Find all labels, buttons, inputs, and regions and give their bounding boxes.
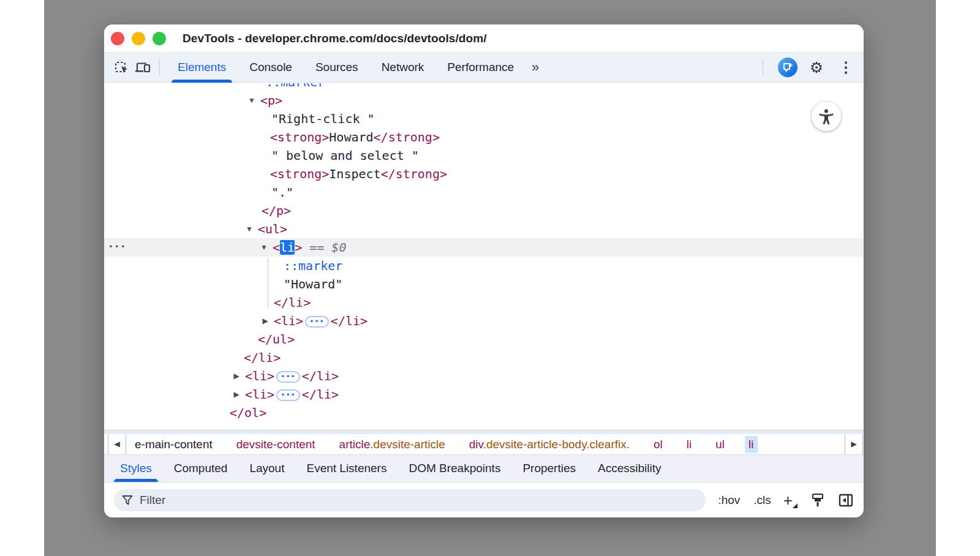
- expand-down-arrow-icon[interactable]: ▼: [244, 220, 254, 238]
- device-toolbar-icon[interactable]: [132, 57, 153, 78]
- collapsed-children-ellipsis-icon[interactable]: •••: [276, 371, 300, 383]
- accessibility-person-icon[interactable]: [812, 102, 841, 131]
- cls-toggle[interactable]: .cls: [753, 494, 771, 507]
- dom-node-segment: </li>: [274, 295, 311, 310]
- dom-node-segment: </strong>: [374, 130, 440, 145]
- panel-tab-event-listeners[interactable]: Event Listeners: [305, 455, 388, 482]
- toggle-sidebar-icon[interactable]: [838, 492, 854, 508]
- panel-tab-properties[interactable]: Properties: [521, 455, 577, 482]
- dom-node-segment: <p>: [260, 93, 282, 108]
- dom-node-segment: </ul>: [258, 332, 295, 347]
- tab-elements[interactable]: Elements: [176, 53, 227, 83]
- breadcrumb-part: article: [339, 438, 371, 451]
- row-actions-dots-icon[interactable]: •••: [108, 238, 126, 256]
- zoom-button[interactable]: [153, 32, 166, 45]
- ai-assistant-icon[interactable]: [778, 58, 797, 77]
- dom-node-segment: <strong>: [270, 130, 329, 145]
- dom-tree-row[interactable]: "Howard": [104, 275, 864, 293]
- expand-right-arrow-icon[interactable]: ▶: [232, 367, 241, 385]
- expand-right-arrow-icon[interactable]: ▶: [232, 385, 241, 404]
- styles-filter-bar: Filter :hov.cls +: [104, 482, 864, 517]
- dom-node-segment: $0: [331, 240, 346, 255]
- expand-down-arrow-icon[interactable]: ▼: [259, 238, 269, 257]
- breadcrumb-item[interactable]: devsite-content: [233, 436, 319, 453]
- hov-toggle[interactable]: :hov: [718, 494, 740, 507]
- inspect-icon[interactable]: [111, 57, 132, 78]
- dom-node-segment: </p>: [262, 203, 291, 218]
- dom-node-segment: </ol>: [230, 405, 266, 420]
- panel-tab-dom-breakpoints[interactable]: DOM Breakpoints: [407, 455, 502, 482]
- dom-node-segment: "Howard": [284, 277, 342, 291]
- dom-tree-row[interactable]: </li>: [104, 293, 864, 312]
- expand-down-arrow-icon[interactable]: ▼: [247, 91, 257, 110]
- indent-guide-line: [268, 258, 268, 309]
- more-options-icon[interactable]: ⋮: [835, 57, 856, 78]
- styles-filter-input[interactable]: Filter: [114, 489, 706, 511]
- breadcrumb-item[interactable]: ul: [712, 436, 728, 453]
- breadcrumb-part: .devsite-article: [370, 438, 445, 451]
- dom-tree-row[interactable]: </li>: [104, 348, 864, 367]
- dom-node-segment: </strong>: [381, 167, 447, 181]
- breadcrumb-item[interactable]: e-main-content: [131, 436, 216, 453]
- breadcrumb-item[interactable]: article.devsite-article: [336, 436, 449, 453]
- tab-performance[interactable]: Performance: [446, 53, 515, 83]
- dom-tree-row[interactable]: <strong>Howard</strong>: [104, 128, 864, 146]
- more-tabs-icon[interactable]: »: [532, 59, 539, 75]
- dom-node-segment: ::marker: [284, 258, 342, 273]
- dom-node-segment: Inspect: [329, 167, 380, 181]
- collapsed-children-ellipsis-icon[interactable]: •••: [305, 316, 329, 328]
- tab-console[interactable]: Console: [248, 53, 293, 83]
- new-style-rule-icon[interactable]: +: [783, 492, 797, 508]
- breadcrumb-item[interactable]: ol: [650, 436, 666, 453]
- breadcrumb-item[interactable]: li: [683, 436, 695, 453]
- breadcrumb-item-selected[interactable]: li: [745, 436, 757, 453]
- close-button[interactable]: [111, 32, 124, 45]
- rendering-icon[interactable]: [810, 492, 826, 508]
- dom-tree-row-selected[interactable]: •••▼<li> == $0: [104, 238, 864, 257]
- breadcrumb-item[interactable]: div.devsite-article-body.clearfix.: [466, 436, 633, 453]
- dom-tree-row[interactable]: "Right-click ": [104, 110, 864, 128]
- breadcrumb-scroll-right-icon[interactable]: ▶: [845, 434, 863, 454]
- dom-tree-row[interactable]: ::marker: [104, 83, 864, 91]
- traffic-lights: [111, 32, 166, 45]
- window-title: DevTools - developer.chrome.com/docs/dev…: [183, 32, 487, 45]
- breadcrumb-bar: ◀ e-main-contentdevsite-contentarticle.d…: [104, 430, 864, 454]
- panel-tab-computed[interactable]: Computed: [173, 455, 229, 482]
- dom-tree-row[interactable]: </p>: [104, 201, 864, 220]
- breadcrumb-top-strip: [104, 430, 864, 434]
- filter-funnel-icon: [121, 494, 134, 506]
- dom-tree-row[interactable]: ▶<li>•••</li>: [104, 367, 864, 385]
- dom-tree-row[interactable]: ▼<p>: [104, 91, 864, 110]
- dom-node-segment: <ul>: [258, 222, 287, 236]
- dom-tree-row[interactable]: ".": [104, 183, 864, 201]
- desktop-background: DevTools - developer.chrome.com/docs/dev…: [44, 0, 936, 556]
- dom-tree-row[interactable]: ::marker: [104, 257, 864, 275]
- dom-tree-row[interactable]: " below and select ": [104, 146, 864, 165]
- dom-tree-row[interactable]: ▼<ul>: [104, 220, 864, 238]
- dom-node-segment: <li>: [245, 369, 274, 383]
- breadcrumb-part: .devsite-article-body.clearfix.: [483, 438, 630, 451]
- tab-network[interactable]: Network: [380, 53, 426, 83]
- dom-tree-row[interactable]: ▶<li>•••</li>: [104, 312, 864, 330]
- dom-tree-row[interactable]: </ol>: [104, 404, 864, 422]
- dom-node-segment: </li>: [302, 369, 339, 383]
- title-bar: DevTools - developer.chrome.com/docs/dev…: [104, 24, 864, 53]
- panel-tab-styles[interactable]: Styles: [119, 455, 153, 482]
- dom-node-segment: li: [280, 240, 295, 255]
- dom-tree-panel: ::marker▼<p>"Right-click "<strong>Howard…: [104, 83, 864, 430]
- settings-gear-icon[interactable]: ⚙: [806, 57, 827, 78]
- dom-node-segment: " below and select ": [271, 148, 419, 163]
- tab-sources[interactable]: Sources: [314, 53, 360, 83]
- dom-tree-row[interactable]: <strong>Inspect</strong>: [104, 165, 864, 183]
- panel-tab-layout[interactable]: Layout: [248, 455, 285, 482]
- collapsed-children-ellipsis-icon[interactable]: •••: [276, 389, 300, 401]
- dom-tree-row[interactable]: ▶<li>•••</li>: [104, 385, 864, 404]
- minimize-button[interactable]: [132, 32, 145, 45]
- expand-right-arrow-icon[interactable]: ▶: [260, 312, 270, 330]
- panel-tab-accessibility[interactable]: Accessibility: [597, 455, 662, 482]
- main-panel-tabs: ElementsConsoleSourcesNetworkPerformance: [166, 53, 526, 83]
- dom-tree-row[interactable]: </ul>: [104, 330, 864, 348]
- breadcrumb-part: e-main-content: [135, 438, 213, 451]
- breadcrumb-scroll-left-icon[interactable]: ◀: [108, 434, 126, 454]
- dom-node-segment: ::marker: [266, 83, 325, 89]
